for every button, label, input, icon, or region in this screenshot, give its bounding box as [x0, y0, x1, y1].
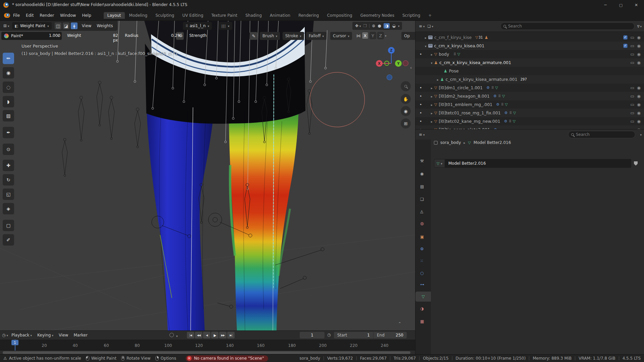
camera-view-button[interactable]: ◉	[401, 106, 411, 116]
tab-shading[interactable]: Shading	[242, 12, 265, 19]
hide-render-icon[interactable]: ◉	[637, 52, 641, 57]
mode-dropdown[interactable]: ◧ Weight Paint	[12, 22, 52, 30]
falloff-menu[interactable]: Falloff	[306, 32, 327, 40]
next-keyframe-button[interactable]: ▶▶	[219, 332, 227, 339]
tool-rotate[interactable]: ↻	[3, 174, 14, 186]
shading-wireframe-button[interactable]: ⊕	[372, 23, 375, 28]
current-frame-field[interactable]: 1	[300, 332, 325, 339]
hide-viewport-icon[interactable]: ▭	[630, 35, 634, 40]
prev-keyframe-button[interactable]: ◀◀	[195, 332, 202, 339]
properties-search[interactable]	[568, 131, 635, 138]
collection-checkbox[interactable]	[623, 35, 628, 40]
outliner-row-armature-data[interactable]: ♟ c_cm_x_kiryu_kisea_armature.001 297	[415, 75, 644, 84]
tab-animation[interactable]: Animation	[266, 12, 294, 19]
tab-compositing[interactable]: Compositing	[323, 12, 356, 19]
tool-cursor[interactable]: ⊙	[3, 144, 14, 155]
auto-key-toggle[interactable]	[169, 333, 174, 337]
tool-box-select[interactable]: ▢	[3, 220, 14, 231]
menu-view[interactable]: View	[57, 333, 70, 338]
gizmo-z-axis[interactable]: Z	[388, 47, 395, 54]
hide-render-icon[interactable]: ◉	[637, 94, 641, 99]
symmetry-dropdown[interactable]	[385, 33, 387, 38]
tool-transform[interactable]: ◈	[3, 203, 14, 214]
cursor-menu[interactable]: Cursor	[330, 32, 352, 40]
tool-average[interactable]: ◌	[3, 82, 14, 93]
menu-view[interactable]: View	[81, 23, 93, 28]
hide-render-icon[interactable]: ◉	[637, 110, 641, 115]
hide-viewport-icon[interactable]: ▭	[630, 60, 634, 65]
outliner-filter-type[interactable]: ❏	[428, 24, 433, 29]
shading-dropdown[interactable]	[398, 23, 400, 28]
timeline-editor-type[interactable]: ◷	[2, 333, 8, 338]
hide-viewport-icon[interactable]: ▭	[630, 52, 634, 57]
tool-sample-weight[interactable]: ✒	[3, 127, 14, 138]
error-report[interactable]: ✕ No camera found in scene "Scene"	[186, 355, 268, 362]
outliner-row-object[interactable]: ▽ [l0]dm2_hexagon_8.001 ⚙ ⠿ ▽ ▭◉	[415, 92, 644, 100]
timeline-ruler[interactable]: 20 40 60 80 100 120 140 160 180 200 220 …	[0, 340, 415, 351]
hide-viewport-icon[interactable]: ▭	[630, 43, 634, 48]
pan-button[interactable]: ✋	[401, 94, 411, 104]
mirror-x-toggle[interactable]: X	[362, 32, 368, 39]
tab-material[interactable]: ◑	[420, 306, 424, 311]
outliner-row-body[interactable]: ▽ body ⠿ ▽ ▭◉	[415, 50, 644, 58]
fake-user-shield-icon[interactable]	[634, 161, 638, 166]
outliner-search[interactable]	[500, 22, 635, 30]
mirror-y-toggle[interactable]: Y	[369, 32, 376, 39]
tab-tool[interactable]: ⚒	[420, 159, 424, 163]
outliner-row-object[interactable]: ▽ [l0]dm1_circle_1.001 ⚙ ⠿ ▽ ▭◉	[415, 84, 644, 92]
tab-modifiers[interactable]: ⚙	[420, 247, 424, 251]
tool-annotate[interactable]: ✐	[3, 234, 14, 246]
hide-viewport-icon[interactable]: ▭	[630, 119, 634, 124]
ortho-toggle-button[interactable]: ⊞	[401, 118, 411, 128]
clock-icon[interactable]: ◷	[327, 332, 331, 337]
breadcrumb-object[interactable]: sora_body	[440, 140, 461, 145]
tab-object[interactable]: ▣	[420, 235, 424, 239]
gizmos-dropdown[interactable]: ✥	[355, 23, 361, 28]
options-panel-button[interactable]: Op	[401, 32, 415, 40]
hide-render-icon[interactable]: ◉	[637, 119, 641, 124]
sidebar-collapse-arrow[interactable]: ‹	[410, 65, 412, 70]
tab-render[interactable]: ◉	[420, 171, 424, 176]
mirror-z-toggle[interactable]: Z	[377, 32, 384, 39]
play-reverse-button[interactable]: ◀	[203, 332, 210, 339]
tab-object-data[interactable]: ▽	[415, 292, 431, 302]
add-workspace-button[interactable]: +	[425, 12, 435, 19]
menu-file[interactable]: File	[10, 13, 23, 18]
hide-render-icon[interactable]: ◉	[637, 60, 641, 65]
blender-menu-icon[interactable]	[4, 13, 10, 18]
tab-rendering[interactable]: Rendering	[295, 12, 323, 19]
viewport-canvas[interactable]: User Perspective (1) sora_body | Model B…	[0, 21, 415, 330]
tab-uv-editing[interactable]: UV Editing	[179, 12, 207, 19]
menu-render[interactable]: Render	[37, 13, 57, 18]
close-button[interactable]: ✕	[629, 3, 644, 7]
outliner-row-collection[interactable]: c_cm_x_kiryu_kisea.001 ▭◉	[415, 42, 644, 50]
tab-scene[interactable]: ◬	[420, 209, 423, 214]
tab-geometry-nodes[interactable]: Geometry Nodes	[357, 12, 398, 19]
tab-constraints[interactable]: ⊶	[420, 282, 424, 287]
hide-render-icon[interactable]: ◉	[637, 85, 641, 90]
outliner-row-object[interactable]: ▽ [l0]t01_emblem_mg_.001 ⚙ ⠿ ▽ ▭◉	[415, 100, 644, 109]
gizmo-z-neg-axis[interactable]	[387, 74, 392, 80]
gizmo-x-neg-axis[interactable]	[403, 60, 408, 66]
data-id-dropdown[interactable]: ▽	[434, 159, 445, 168]
tab-output[interactable]: ▤	[420, 184, 424, 189]
stroke-menu[interactable]: Stroke	[283, 32, 304, 40]
outliner-row-collection-excluded[interactable]: c_cm_f_kiryu_kise ▽ 31 ♟ ▭◉	[415, 33, 644, 42]
outliner-row-object[interactable]: ▽ [l0]tie_name_plate2.001 ⚙ ▭◉	[415, 125, 644, 129]
zoom-button[interactable]	[401, 81, 411, 91]
hide-render-icon[interactable]: ◉	[637, 43, 641, 48]
menu-playback[interactable]: Playback	[9, 333, 34, 338]
shading-solid-button[interactable]: ●	[378, 23, 381, 28]
tab-texture-paint[interactable]: Texture Paint	[208, 12, 241, 19]
outliner-row-object[interactable]: ▽ [l0]tetc02_kane_mg_new.001 ⚙ ⠿ ▽ ▭◉	[415, 117, 644, 125]
tab-texture[interactable]: ▦	[420, 319, 424, 324]
outliner-row-armature-object[interactable]: ♟ c_cm_x_kiryu_kisea_armature.001 ▭◉	[415, 58, 644, 67]
falloff-selector[interactable]: |||	[219, 22, 232, 30]
editor-type-button[interactable]: ⊞	[3, 23, 9, 28]
tab-physics[interactable]: ○	[420, 271, 424, 275]
hide-render-icon[interactable]: ◉	[637, 102, 641, 107]
hide-viewport-icon[interactable]: ▭	[630, 94, 634, 99]
gizmo-y-axis[interactable]: Y	[395, 60, 402, 67]
minimize-button[interactable]: ─	[598, 3, 613, 7]
hide-viewport-icon[interactable]: ▭	[630, 85, 634, 90]
